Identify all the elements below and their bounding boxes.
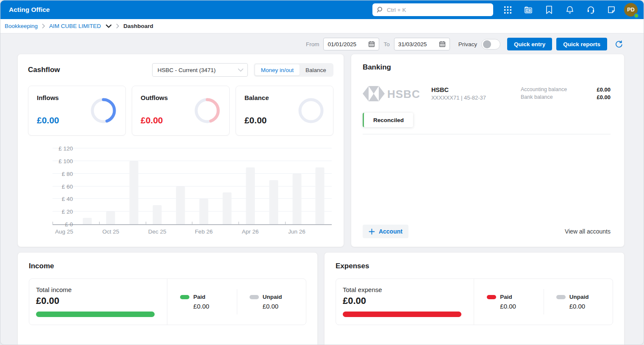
breadcrumb-company[interactable]: AIM CUBE LIMITED [49,23,101,29]
banking-title: Banking [363,63,611,72]
cashflow-card: Cashflow HSBC - Current (3471) Money in/… [17,54,344,247]
chart-bar [246,167,255,224]
y-axis-label: £ 80 [62,170,73,177]
cashflow-bar-chart: £ 0£ 20£ 40£ 60£ 80£ 100£ 120 Aug 25Oct … [28,146,333,238]
inflows-statbox: Inflows £0.00 [28,86,126,136]
top-icon-group [502,5,616,15]
total-income-value: £0.00 [36,295,157,306]
expenses-summary-box: Total expense £0.00 Paid £0.00 Unpaid [336,278,613,325]
inflows-ring-chart [90,97,117,124]
outflows-label: Outflows [141,94,168,101]
tab-money-in-out[interactable]: Money in/out [255,64,300,75]
expenses-unpaid-value: £0.00 [569,303,613,310]
chart-bar [83,218,92,224]
chevron-right-icon [42,23,45,29]
y-axis-label: £ 60 [62,183,73,189]
chart-bar [176,186,185,225]
newspaper-icon[interactable] [523,5,533,15]
to-label: To [383,41,389,47]
apps-grid-icon[interactable] [502,5,513,15]
toggle-knob [483,40,491,48]
cashflow-chart-plot: £ 0£ 20£ 40£ 60£ 80£ 100£ 120 [53,148,332,225]
y-axis-label: £ 120 [58,145,73,152]
company-dropdown-caret-icon[interactable] [105,24,112,28]
income-card: Income Total income £0.00 Paid £0.00 [17,252,318,345]
top-cards-row: Cashflow HSBC - Current (3471) Money in/… [0,54,644,247]
search-input[interactable] [387,7,489,13]
income-paid-label: Paid [193,294,205,300]
chevron-down-icon [238,68,244,72]
cashflow-chart-xlabels: Aug 25Oct 25Dec 25Feb 26Apr 26Jun 26 [53,228,332,237]
y-axis-label: £ 20 [62,209,73,215]
expense-progress-bar [343,312,461,317]
chart-bar [269,180,278,224]
unpaid-swatch [556,295,566,299]
app-title: Acting Office [9,6,50,14]
calendar-icon[interactable] [368,41,375,47]
chart-bar [130,161,139,224]
divider [363,134,611,134]
outflows-statbox: Outflows £0.00 [132,86,230,136]
to-date-field[interactable]: 31/03/2025 [394,38,450,50]
svg-text:HSBC: HSBC [387,88,420,100]
income-paid-value: £0.00 [193,303,236,310]
privacy-toggle[interactable] [481,39,500,50]
add-account-button[interactable]: Account [363,225,408,238]
expenses-card: Expenses Total expense £0.00 Paid £0.00 [324,252,625,345]
x-axis-label: Oct 25 [102,228,119,235]
income-paid-legend: Paid £0.00 [167,279,236,325]
y-axis-label: £ 100 [58,158,73,164]
total-income-label: Total income [36,286,157,293]
hsbc-logo: HSBC [363,86,426,102]
quick-entry-button[interactable]: Quick entry [507,38,552,50]
inflows-value: £0.00 [37,115,59,125]
global-search[interactable] [372,3,493,16]
calendar-icon[interactable] [439,41,446,47]
expenses-title: Expenses [336,262,613,270]
support-headset-icon[interactable] [586,5,596,15]
cashflow-view-tabs: Money in/out Balance [254,63,333,77]
balance-value: £0.00 [244,115,269,125]
refresh-icon[interactable] [613,39,624,50]
unpaid-swatch [250,295,259,299]
expenses-paid-label: Paid [500,294,512,300]
quick-reports-button[interactable]: Quick reports [556,38,607,50]
note-icon[interactable] [606,5,616,15]
bank-balance-label: Bank balance [521,94,553,100]
chart-bar [199,199,208,224]
search-icon [377,6,383,13]
income-unpaid-legend: Unpaid £0.00 [237,279,306,325]
y-axis-label: £ 0 [65,221,73,228]
breadcrumb: Bookkeeping AIM CUBE LIMITED Dashboard [0,19,644,33]
breadcrumb-bookkeeping[interactable]: Bookkeeping [5,23,38,29]
avatar-initials: PD [627,7,634,13]
cashflow-stats: Inflows £0.00 Outflows £0.00 [28,86,333,136]
accounting-balance-value: £0.00 [597,86,611,93]
bank-balance-value: £0.00 [597,94,611,100]
y-axis-label: £ 40 [62,196,73,202]
user-avatar[interactable]: PD [624,3,638,17]
income-progress-bar [36,312,155,317]
notifications-bell-icon[interactable] [565,5,575,15]
total-expense-label: Total expense [343,286,464,293]
cashflow-account-select[interactable]: HSBC - Current (3471) [152,63,248,77]
paid-swatch [487,295,496,299]
to-date-value: 31/03/2025 [398,41,427,47]
chevron-right-icon [116,23,119,29]
app-window: Acting Office [0,0,644,345]
banking-card: Banking HSBC HSBC XXXXXX71 | 45-82-37 [351,54,625,247]
view-all-accounts-link[interactable]: View all accounts [565,228,611,235]
bank-account-number: XXXXXX71 | 45-82-37 [431,95,486,101]
bookmark-icon[interactable] [544,5,554,15]
income-unpaid-label: Unpaid [263,294,282,300]
paid-swatch [180,295,189,299]
bank-account-row[interactable]: HSBC HSBC XXXXXX71 | 45-82-37 Accounting… [363,85,611,102]
balance-ring-chart [297,97,325,124]
presence-indicator [634,13,639,18]
reconciled-button[interactable]: Reconciled [363,113,413,127]
income-summary-box: Total income £0.00 Paid £0.00 Unpaid [29,278,306,325]
from-date-field[interactable]: 01/01/2025 [323,38,379,50]
chart-bar [106,211,115,224]
tab-balance[interactable]: Balance [300,64,332,75]
bank-name: HSBC [431,86,486,93]
